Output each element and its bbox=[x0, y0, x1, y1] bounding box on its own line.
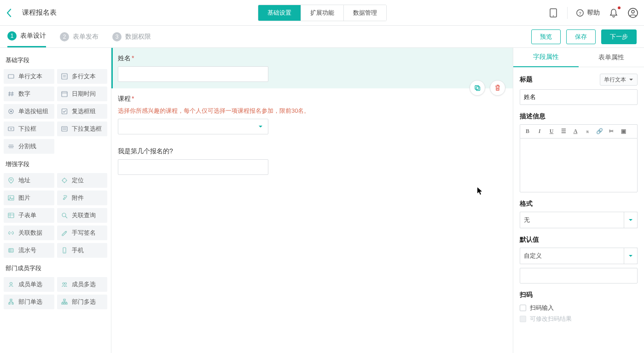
field-type-select[interactable]: 单行文本 bbox=[600, 74, 638, 86]
save-button[interactable]: 保存 bbox=[566, 29, 596, 44]
prop-title-label: 标题 bbox=[520, 75, 533, 84]
svg-rect-52 bbox=[12, 303, 13, 304]
svg-line-38 bbox=[65, 216, 67, 218]
user-avatar-icon[interactable] bbox=[627, 7, 638, 18]
tab-field-props[interactable]: 字段属性 bbox=[513, 48, 579, 67]
scan-editable-checkbox: 可修改扫码结果 bbox=[520, 315, 638, 323]
field-dropdown[interactable]: 下拉框 bbox=[4, 122, 54, 136]
form-canvas[interactable]: 姓名* 课程* 选择你所感兴趣的课程，每个人仅可选择一项课程报名参加，限前30名… bbox=[111, 48, 513, 353]
delete-field-button[interactable] bbox=[490, 80, 505, 96]
svg-text:?: ? bbox=[579, 11, 581, 16]
rte-link-icon[interactable]: 🔗 bbox=[596, 128, 603, 135]
preview-button[interactable]: 预览 bbox=[531, 29, 561, 44]
prop-scan-label: 扫码 bbox=[520, 291, 638, 299]
rte-bold-icon[interactable]: B bbox=[524, 128, 531, 135]
field-phone[interactable]: 手机 bbox=[57, 243, 108, 258]
rte-underline-icon[interactable]: U bbox=[548, 128, 555, 135]
tab-basic-settings[interactable]: 基础设置 bbox=[258, 5, 301, 21]
rte-color-icon[interactable]: A bbox=[572, 128, 579, 135]
svg-rect-60 bbox=[66, 303, 67, 304]
svg-rect-7 bbox=[62, 74, 67, 79]
svg-rect-34 bbox=[8, 213, 14, 218]
svg-point-37 bbox=[62, 213, 66, 217]
svg-rect-57 bbox=[64, 299, 65, 301]
divider bbox=[567, 7, 568, 19]
svg-rect-20 bbox=[62, 127, 67, 131]
notification-icon[interactable] bbox=[608, 7, 619, 18]
step-form-design[interactable]: 1 表单设计 bbox=[7, 26, 46, 47]
desc-textarea[interactable] bbox=[520, 138, 638, 192]
field-signature[interactable]: 手写签名 bbox=[57, 226, 108, 240]
field-dept-multi[interactable]: 部门多选 bbox=[57, 295, 108, 309]
mobile-preview-icon[interactable] bbox=[548, 7, 559, 18]
page-title: 课程报名表 bbox=[22, 8, 57, 17]
cursor-icon bbox=[477, 187, 483, 195]
field-multi-text[interactable]: 多行文本 bbox=[57, 69, 108, 84]
field-single-text[interactable]: 单行文本 bbox=[4, 69, 54, 84]
required-mark: * bbox=[132, 95, 134, 102]
field-member-single[interactable]: 成员单选 bbox=[4, 277, 54, 292]
field-row-name[interactable]: 姓名* bbox=[111, 48, 513, 88]
default-value-input[interactable] bbox=[520, 268, 638, 284]
tab-extend[interactable]: 扩展功能 bbox=[301, 5, 344, 21]
step-num-2: 2 bbox=[60, 32, 69, 41]
step-data-permission[interactable]: 3 数据权限 bbox=[112, 26, 151, 47]
section-dept-title: 部门成员字段 bbox=[6, 264, 107, 272]
field-location[interactable]: 定位 bbox=[57, 173, 108, 188]
field-member-multi[interactable]: 成员多选 bbox=[57, 277, 108, 292]
field-row-course[interactable]: 课程* 选择你所感兴趣的课程，每个人仅可选择一项课程报名参加，限前30名。 bbox=[111, 88, 513, 141]
tab-form-props[interactable]: 表单属性 bbox=[579, 48, 644, 67]
top-tabs: 基础设置 扩展功能 数据管理 bbox=[258, 5, 387, 21]
rte-italic-icon[interactable]: I bbox=[536, 128, 543, 135]
notification-dot bbox=[618, 6, 621, 9]
default-select[interactable]: 自定义 bbox=[520, 248, 638, 264]
field-datetime[interactable]: 日期时间 bbox=[57, 87, 108, 101]
field-label: 我是第几个报名的? bbox=[118, 147, 513, 156]
section-basic-title: 基础字段 bbox=[6, 56, 107, 64]
chevron-down-icon bbox=[624, 248, 638, 264]
svg-point-1 bbox=[553, 16, 554, 17]
field-link-data[interactable]: 关联数据 bbox=[4, 226, 54, 240]
rte-unlink-icon[interactable]: ✂ bbox=[608, 128, 615, 135]
order-input[interactable] bbox=[118, 159, 268, 175]
chevron-down-icon bbox=[629, 77, 633, 82]
prop-format-label: 格式 bbox=[520, 200, 638, 208]
rte-size-icon[interactable]: π bbox=[584, 129, 591, 134]
field-attachment[interactable]: 附件 bbox=[57, 191, 108, 205]
copy-field-button[interactable] bbox=[470, 80, 485, 96]
next-button[interactable]: 下一步 bbox=[601, 29, 637, 44]
field-row-order[interactable]: 我是第几个报名的? bbox=[111, 141, 513, 181]
svg-point-26 bbox=[11, 179, 12, 180]
rte-image-icon[interactable]: ▣ bbox=[620, 128, 627, 135]
course-select[interactable] bbox=[118, 119, 268, 134]
field-radio-group[interactable]: 单选按钮组 bbox=[4, 104, 54, 119]
field-dept-single[interactable]: 部门单选 bbox=[4, 295, 54, 309]
field-number[interactable]: 数字 bbox=[4, 87, 54, 101]
svg-point-46 bbox=[64, 252, 64, 252]
format-select[interactable]: 无 bbox=[520, 212, 638, 228]
field-checkbox-group[interactable]: 复选框组 bbox=[57, 104, 108, 119]
back-icon[interactable] bbox=[0, 8, 18, 18]
field-serial-no[interactable]: 流水号 bbox=[4, 243, 54, 258]
field-address[interactable]: 地址 bbox=[4, 173, 54, 188]
help-button[interactable]: ? 帮助 bbox=[576, 9, 600, 17]
tab-data-manage[interactable]: 数据管理 bbox=[344, 5, 386, 21]
field-image[interactable]: 图片 bbox=[4, 191, 54, 205]
prop-default-label: 默认值 bbox=[520, 236, 638, 244]
title-input[interactable] bbox=[520, 89, 638, 105]
field-subform[interactable]: 子表单 bbox=[4, 208, 54, 223]
field-divider[interactable]: 分割线 bbox=[4, 139, 54, 154]
step-form-publish[interactable]: 2 表单发布 bbox=[60, 26, 99, 47]
field-multi-dropdown[interactable]: 下拉复选框 bbox=[57, 122, 108, 136]
svg-line-10 bbox=[9, 92, 10, 96]
step-label: 表单设计 bbox=[20, 32, 46, 40]
svg-point-33 bbox=[10, 197, 11, 198]
chevron-down-icon bbox=[258, 124, 263, 129]
svg-point-17 bbox=[10, 110, 12, 112]
name-input[interactable] bbox=[118, 66, 268, 82]
rte-align-icon[interactable]: ☰ bbox=[560, 128, 567, 135]
svg-point-48 bbox=[63, 283, 64, 284]
field-link-query[interactable]: 关联查询 bbox=[57, 208, 108, 223]
scan-input-checkbox[interactable]: 扫码输入 bbox=[520, 304, 638, 312]
svg-rect-18 bbox=[62, 109, 67, 114]
